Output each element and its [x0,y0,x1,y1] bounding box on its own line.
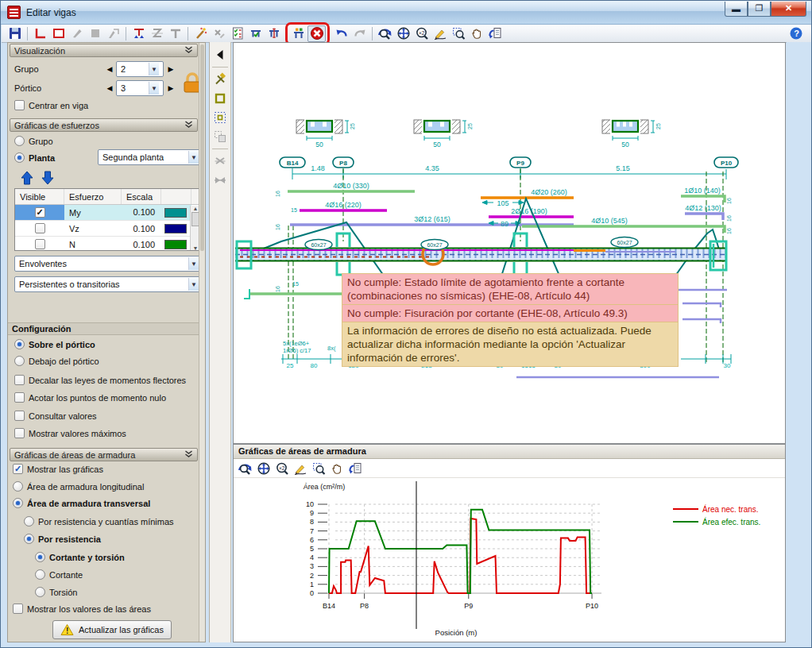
table-row[interactable]: N 0.100 [15,237,201,251]
panel-visualizacion-header[interactable]: Visualización [10,44,198,57]
svg-text:60x27: 60x27 [427,242,442,248]
rectangle-icon[interactable] [49,25,68,42]
beam-axes-icon[interactable] [130,25,148,42]
radio-area-transversal[interactable]: Área de armadura transversal [13,498,150,508]
table-row[interactable]: Vz 0.100 [15,221,201,237]
config-tools-icon[interactable] [211,71,229,88]
svg-text:16: 16 [726,198,732,204]
radio-cortante-torsion[interactable]: Cortante y torsión [35,552,125,562]
print-report-icon[interactable] [346,460,364,476]
redraw-icon[interactable] [431,25,449,42]
combinaciones-combobox[interactable]: Persistentes o transitorias▼ [14,276,203,292]
collapse-arrow-icon[interactable] [211,46,229,64]
move-down-icon[interactable] [40,170,56,187]
radio-sobre-portico[interactable]: Sobre el pórtico [14,339,95,349]
zoom-window-icon[interactable] [309,460,327,476]
disable-errors-icon[interactable] [307,25,326,42]
save-icon[interactable] [6,25,24,42]
zoom-orbit-icon[interactable] [376,25,394,42]
series-color-swatch [164,240,187,249]
grupo-combobox[interactable]: 2▼ [116,61,164,77]
reference-square-icon[interactable] [211,90,229,107]
panel-esfuerzos-header[interactable]: Gráficas de esfuerzos [10,118,198,132]
beam-errors-icon[interactable] [289,25,307,42]
beam-drawing-canvas[interactable]: 50 25 50 25 50 [233,42,786,444]
checkbox-consultar[interactable]: Consultar valores [14,411,97,421]
move-up-icon[interactable] [19,170,35,187]
svg-text:10: 10 [306,500,314,508]
titlebar[interactable]: Editar vigas ▬ ❐ ✕ [1,1,812,25]
checkbox-mostrar-graficas[interactable]: ✓Mostrar las gráficas [13,464,103,474]
grupo-prev-arrow[interactable]: ◀ [105,61,114,77]
reference-dotted-icon[interactable] [211,109,229,126]
portico-next-arrow[interactable]: ▶ [166,80,176,96]
portico-prev-arrow[interactable]: ◀ [105,80,114,96]
areas-panel-title: Gráficas de áreas de armadura [234,445,785,459]
actualizar-graficas-button[interactable]: ! Actualizar las gráficas [52,620,172,639]
radio-area-longitudinal[interactable]: Área de armadura longitudinal [13,481,144,492]
pan-hand-icon[interactable] [467,25,485,42]
svg-text:60x27: 60x27 [311,242,326,248]
svg-text:2: 2 [310,572,314,580]
envolventes-combobox[interactable]: Envolventes▼ [14,256,203,272]
close-button[interactable]: ✕ [771,2,806,17]
table-disabled-icon [166,25,184,42]
warning-icon: ! [60,623,74,636]
undo-icon[interactable] [332,25,350,42]
checkbox-acotar[interactable]: Acotar los puntos de momento nulo [14,392,166,403]
svg-text:25: 25 [655,123,661,129]
chevron-down-icon[interactable]: ▼ [149,82,159,94]
zoom-double-icon[interactable]: ×2 [412,25,431,42]
pan-hand-icon[interactable] [327,460,346,476]
zoom-extents-icon[interactable] [394,25,412,42]
centrar-en-viga-checkbox[interactable]: Centrar en viga [14,100,88,110]
chevron-down-icon[interactable]: ▼ [188,151,199,164]
table-row[interactable]: ✓ My 0.100 [15,205,201,221]
help-icon[interactable]: ? [787,25,805,42]
redraw-icon[interactable] [291,460,309,476]
areas-panel-toolbar: ×2 [234,459,785,478]
collapse-chevron-icon[interactable] [184,121,193,130]
minimize-button[interactable]: ▬ [725,2,748,17]
chevron-down-icon[interactable]: ▼ [149,63,159,75]
zoom-extents-icon[interactable] [254,460,273,476]
zoom-window-icon[interactable] [449,25,467,42]
match-disabled-icon [210,25,228,42]
beam-dimension-icon[interactable] [265,25,283,42]
assign-wand-icon[interactable] [191,25,210,42]
svg-text:4Ø16 (220): 4Ø16 (220) [325,201,362,209]
checkbox-valores-maximos[interactable]: Mostrar valores máximos [14,428,126,438]
svg-text:P10: P10 [721,160,733,167]
panel-areas-header[interactable]: Gráficas de áreas de armadura [10,448,198,461]
svg-text:1: 1 [310,580,314,588]
grupo-next-arrow[interactable]: ▶ [166,61,176,77]
radio-debajo-portico[interactable]: Debajo del pórtico [14,356,99,366]
print-report-icon[interactable] [485,25,504,42]
svg-text:89: 89 [501,220,508,228]
checkbox-decalar[interactable]: Decalar las leyes de momentos flectores [14,375,186,385]
portico-combobox[interactable]: 3▼ [116,80,164,96]
collapse-chevron-icon[interactable] [184,46,193,56]
radio-planta[interactable]: Planta [14,152,55,163]
radio-por-resistencia[interactable]: Por resistencia [24,534,101,544]
checkbox-mostrar-valores-areas[interactable]: Mostrar los valores de las áreas [13,604,151,614]
radio-torsion[interactable]: Torsión [35,587,77,597]
check-list-icon[interactable] [228,25,246,42]
radio-cuantias-minimas[interactable]: Por resistencia y cuantías mínimas [24,516,174,526]
maximize-button[interactable]: ❐ [748,2,771,17]
collapse-chevron-icon[interactable] [184,450,193,460]
warning-message: La información de errores de diseño no e… [342,322,679,367]
radio-cortante[interactable]: Cortante [35,569,83,580]
planta-combobox[interactable]: Segunda planta▼ [98,149,203,165]
corner-icon[interactable] [31,25,49,42]
zoom-double-icon[interactable]: ×2 [273,460,291,476]
svg-text:4: 4 [310,554,314,561]
zoom-orbit-icon[interactable] [236,460,254,476]
svg-text:×2: ×2 [279,465,285,470]
radio-grupo[interactable]: Grupo [14,136,53,146]
sidebar-scrollbar[interactable] [199,43,205,642]
beam-check-icon[interactable] [246,25,265,42]
chevron-down-icon[interactable]: ▼ [188,257,199,270]
beam-diagram: 50 25 50 25 50 [234,43,785,443]
chevron-down-icon[interactable]: ▼ [188,278,199,291]
